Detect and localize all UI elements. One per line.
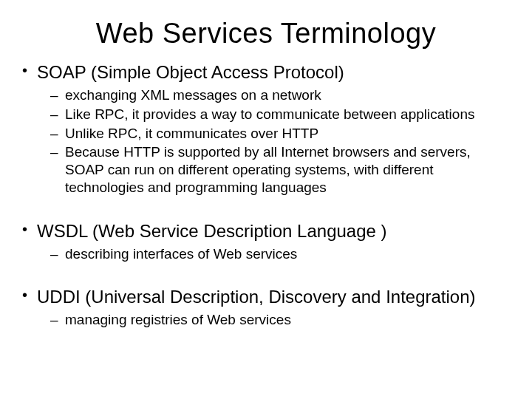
bullet-label: SOAP (Simple Object Access Protocol) (37, 62, 344, 82)
bullet-label: UDDI (Universal Description, Discovery a… (37, 287, 476, 307)
sub-item: managing registries of Web services (49, 311, 511, 329)
bullet-list: UDDI (Universal Description, Discovery a… (21, 286, 511, 329)
bullet-item-uddi: UDDI (Universal Description, Discovery a… (21, 286, 511, 329)
bullet-list: WSDL (Web Service Description Language )… (21, 220, 511, 263)
bullet-list: SOAP (Simple Object Access Protocol) exc… (21, 61, 511, 197)
bullet-item-soap: SOAP (Simple Object Access Protocol) exc… (21, 61, 511, 197)
sub-item: Unlike RPC, it communicates over HTTP (49, 125, 511, 143)
slide-title: Web Services Terminology (21, 18, 511, 50)
sub-item: Because HTTP is supported by all Interne… (49, 143, 511, 196)
sub-item: exchanging XML messages on a network (49, 86, 511, 104)
sub-item: describing interfaces of Web services (49, 245, 511, 263)
sub-list: describing interfaces of Web services (37, 245, 511, 263)
bullet-label: WSDL (Web Service Description Language ) (37, 221, 387, 241)
sub-list: managing registries of Web services (37, 311, 511, 329)
bullet-item-wsdl: WSDL (Web Service Description Language )… (21, 220, 511, 263)
slide: Web Services Terminology SOAP (Simple Ob… (0, 0, 532, 399)
sub-item: Like RPC, it provides a way to communica… (49, 106, 511, 123)
sub-list: exchanging XML messages on a network Lik… (37, 86, 511, 197)
